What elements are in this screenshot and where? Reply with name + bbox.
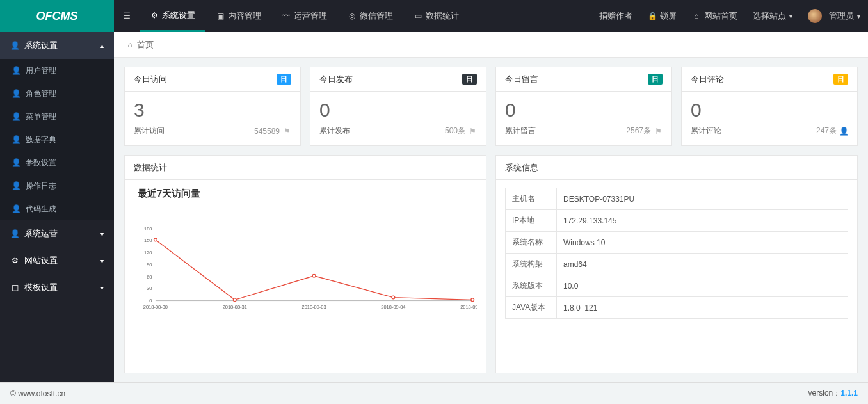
stat-card: 今日发布日0累计发布500条 ⚑ [310,67,486,146]
sidebar: 👤系统设置▴👤用户管理👤角色管理👤菜单管理👤数据字典👤参数设置👤操作日志👤代码生… [0,32,114,382]
nav-label: 系统设置 [162,10,195,21]
nav-icon: ▭ [414,12,422,20]
stat-badge: 日 [462,74,477,85]
stat-badge: 日 [277,74,291,85]
item-label: 参数设置 [26,158,56,168]
topnav-item[interactable]: ⚙系统设置 [140,0,205,32]
table-row: 系统名称Windows 10 [506,232,848,254]
sidebar-group[interactable]: ◫模板设置▾ [0,274,114,301]
svg-text:60: 60 [147,274,152,280]
sysinfo-panel: 系统信息 主机名DESKTOP-07331PUIP本地172.29.133.14… [495,155,858,373]
donate-label: 捐赠作者 [599,10,632,22]
group-label: 系统设置 [24,40,58,51]
svg-text:90: 90 [147,262,152,268]
sidebar-item[interactable]: 👤数据字典 [0,128,114,151]
site-select[interactable]: 选择站点▾ [745,0,800,32]
info-key: IP本地 [506,210,557,232]
user-icon: 👤 [839,127,848,136]
sidebar-toggle[interactable]: ☰ [114,0,140,32]
sidebar-item[interactable]: 👤用户管理 [0,59,114,82]
svg-point-17 [471,298,474,302]
topnav-item[interactable]: ◎微信管理 [337,0,403,32]
stat-total: 2567条 [626,125,651,136]
item-label: 用户管理 [26,65,56,76]
info-value: 172.29.133.145 [557,210,848,232]
home-icon: ⌂ [125,40,134,49]
topnav-item[interactable]: ▭数据统计 [403,0,469,32]
sidebar-item[interactable]: 👤代码生成 [0,197,114,220]
stats-row: 今日访问日3累计访问545589 ⚑今日发布日0累计发布500条 ⚑今日留言日0… [124,67,858,146]
stat-title: 今日评论 [691,74,724,85]
stat-badge: 日 [648,74,663,85]
flag-icon: ⚑ [654,127,663,136]
stat-label: 累计评论 [691,125,721,136]
group-icon: ◫ [10,283,19,292]
site-home-label: 网站首页 [704,10,737,22]
info-key: 主机名 [506,188,557,210]
data-panel: 数据统计 最近7天访问量 03060901201501802018-08-302… [124,155,486,373]
stat-label: 累计访问 [134,125,165,136]
svg-point-16 [392,296,395,299]
sidebar-group[interactable]: 👤系统设置▴ [0,32,114,59]
sidebar-item[interactable]: 👤菜单管理 [0,105,114,128]
svg-text:2018-08-31: 2018-08-31 [223,304,247,310]
sidebar-group[interactable]: ⚙网站设置▾ [0,247,114,274]
site-home-link[interactable]: ⌂网站首页 [684,0,745,32]
item-label: 代码生成 [26,204,56,214]
table-row: 系统构架amd64 [506,254,848,275]
top-nav: ⚙系统设置▣内容管理〰运营管理◎微信管理▭数据统计 [140,0,469,32]
user-menu[interactable]: 管理员▾ [800,0,868,32]
stat-card: 今日评论日0累计评论247条 👤 [681,67,858,146]
stat-label: 累计留言 [505,125,536,136]
header: OFCMS ☰ ⚙系统设置▣内容管理〰运营管理◎微信管理▭数据统计 捐赠作者 🔒… [0,0,868,32]
donate-link[interactable]: 捐赠作者 [591,0,640,32]
breadcrumb: ⌂ 首页 [114,32,868,58]
user-name: 管理员 [829,10,854,22]
item-label: 菜单管理 [26,111,56,122]
svg-text:30: 30 [147,286,152,292]
sidebar-item[interactable]: 👤操作日志 [0,174,114,197]
avatar [808,9,822,23]
item-icon: 👤 [12,135,20,144]
table-row: IP本地172.29.133.145 [506,210,848,232]
breadcrumb-home[interactable]: 首页 [137,39,154,51]
svg-point-14 [233,298,236,302]
sidebar-item[interactable]: 👤角色管理 [0,82,114,105]
visits-chart: 03060901201501802018-08-302018-08-312018… [134,204,477,332]
svg-text:2018-08-30: 2018-08-30 [143,304,168,310]
topnav-item[interactable]: 〰运营管理 [271,0,337,32]
svg-point-13 [154,238,157,241]
info-value: amd64 [557,254,848,275]
svg-text:2018-09-06: 2018-09-06 [460,304,477,310]
nav-icon: ◎ [348,12,357,20]
sidebar-item[interactable]: 👤参数设置 [0,151,114,174]
flag-icon: ⚑ [468,127,477,136]
sysinfo-table: 主机名DESKTOP-07331PUIP本地172.29.133.145系统名称… [505,188,848,319]
svg-point-15 [312,274,316,277]
lock-label: 锁屏 [660,10,677,22]
data-panel-title: 数据统计 [125,156,486,180]
info-key: 系统版本 [506,275,557,297]
info-key: 系统构架 [506,254,557,275]
topnav-item[interactable]: ▣内容管理 [205,0,271,32]
logo[interactable]: OFCMS [0,0,114,32]
stat-total: 247条 [816,125,837,136]
item-icon: 👤 [12,158,20,167]
info-value: 1.8.0_121 [557,297,848,319]
stat-card: 今日留言日0累计留言2567条 ⚑ [495,67,672,146]
info-value: 10.0 [557,275,848,297]
nav-label: 内容管理 [228,10,261,22]
group-label: 模板设置 [24,282,58,293]
item-icon: 👤 [12,112,20,121]
stat-label: 累计发布 [319,125,350,136]
stat-title: 今日发布 [319,74,353,85]
svg-text:180: 180 [144,226,152,232]
item-label: 角色管理 [26,88,56,99]
stat-num: 0 [319,99,477,120]
footer-version: version：1.1.1 [808,388,858,399]
svg-text:0: 0 [149,298,152,303]
nav-icon: ⚙ [150,11,159,20]
site-select-label: 选择站点 [753,10,786,22]
lock-button[interactable]: 🔒锁屏 [640,0,684,32]
sidebar-group[interactable]: 👤系统运营▾ [0,220,114,247]
